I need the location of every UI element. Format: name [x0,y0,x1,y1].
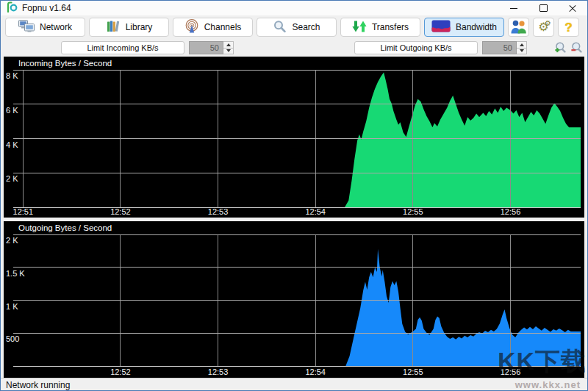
svg-text:12:53: 12:53 [208,207,229,216]
zoom-in-button[interactable] [553,41,567,54]
zoom-out-button[interactable] [570,41,583,54]
close-icon [569,4,576,12]
outgoing-limit-value: 50 [482,41,517,54]
outgoing-spin-down-button[interactable] [517,49,527,55]
svg-text:12:53: 12:53 [208,367,229,376]
spin-down-icon [520,49,524,52]
nav-button-library[interactable]: Library [89,18,169,37]
svg-text:2 K: 2 K [6,236,18,245]
svg-text:1 K: 1 K [6,302,18,311]
outgoing-chart: 2 K1.5 K1 K50012:5212:5312:5412:5512:56O… [4,221,584,378]
nav-button-label: Library [126,22,153,32]
outgoing-limit-spinner: 50 [482,41,527,54]
outgoing-spin-up-button[interactable] [517,41,527,49]
limit-outgoing-button[interactable]: Limit Outgoing KB/s [354,41,478,54]
svg-text:6 K: 6 K [6,106,18,115]
svg-text:12:52: 12:52 [110,367,131,376]
nav-button-label: Bandwidth [456,22,497,32]
close-button[interactable] [558,1,587,15]
incoming-spin-up-button[interactable] [223,41,234,49]
nav-button-channels[interactable]: Channels [173,18,253,37]
spin-down-icon [226,49,231,52]
svg-text:12:54: 12:54 [305,207,326,216]
svg-text:500: 500 [6,334,19,343]
network-icon [18,20,35,35]
question-mark-icon: ? [564,21,572,34]
nav-button-label: Transfers [372,22,409,32]
minimize-button[interactable] [499,1,528,15]
users-icon [510,19,528,36]
svg-text:12:51: 12:51 [13,207,34,216]
bandwidth-icon [431,20,451,35]
svg-text:Outgoing Bytes / Second: Outgoing Bytes / Second [18,223,112,232]
zoom-in-icon [554,45,567,56]
svg-text:12:54: 12:54 [305,367,326,376]
spin-up-icon [226,43,231,46]
nav-button-label: Channels [204,22,242,32]
users-button[interactable] [508,18,529,37]
chart-zoom-controls [553,41,583,54]
maximize-icon [539,4,548,12]
svg-text:12:52: 12:52 [110,207,131,216]
svg-text:4 K: 4 K [6,140,18,149]
window-controls [499,1,587,15]
library-icon [106,20,121,35]
incoming-chart: 8 K6 K4 K2 K12:5112:5212:5312:5412:5512:… [4,57,584,218]
gear-small-icon: ⚙ [545,20,551,27]
svg-text:12:55: 12:55 [403,207,423,216]
window-title: Fopnu v1.64 [22,3,71,13]
outgoing-chart-panel: 2 K1.5 K1 K50012:5212:5312:5412:5512:56O… [4,221,584,378]
nav-button-bandwidth[interactable]: Bandwidth [424,18,504,37]
fopnu-logo-icon [6,1,18,15]
svg-text:8 K: 8 K [6,71,18,80]
main-toolbar: Network Library Channels [1,15,587,39]
maximize-button[interactable] [528,1,558,15]
search-icon [273,20,287,35]
settings-button[interactable]: ⚙ ⚙ [533,18,554,37]
nav-button-transfers[interactable]: Transfers [340,18,420,37]
outgoing-limit-group: Limit Outgoing KB/s 50 [294,41,587,54]
zoom-out-icon [570,45,583,56]
limit-toolbar: Limit Incoming KB/s 50 Limit Outgoing KB… [1,39,587,57]
status-bar: Network running [1,378,587,391]
svg-text:1.5 K: 1.5 K [6,269,25,278]
incoming-chart-panel: 8 K6 K4 K2 K12:5112:5212:5312:5412:5512:… [4,57,584,218]
svg-text:2 K: 2 K [6,174,18,183]
nav-button-network[interactable]: Network [5,18,85,37]
spin-up-icon [520,43,524,46]
svg-text:12:55: 12:55 [403,367,423,376]
app-window: { "window": { "title": "Fopnu v1.64" }, … [0,0,588,391]
incoming-spin-down-button[interactable] [223,49,234,55]
help-button[interactable]: ? [558,18,579,37]
minimize-icon [510,8,517,9]
nav-button-label: Search [292,22,320,32]
channels-icon [184,19,199,35]
transfers-icon [352,20,367,35]
titlebar: Fopnu v1.64 [1,1,587,15]
nav-button-label: Network [40,22,72,32]
incoming-limit-spinner: 50 [189,41,234,54]
status-text: Network running [6,380,70,390]
svg-text:12:56: 12:56 [501,207,521,216]
nav-button-search[interactable]: Search [257,18,337,37]
incoming-limit-group: Limit Incoming KB/s 50 [1,41,294,54]
svg-text:Incoming Bytes / Second: Incoming Bytes / Second [18,59,112,68]
incoming-limit-value: 50 [189,41,223,54]
svg-text:12:56: 12:56 [501,367,521,376]
limit-incoming-button[interactable]: Limit Incoming KB/s [61,41,184,54]
